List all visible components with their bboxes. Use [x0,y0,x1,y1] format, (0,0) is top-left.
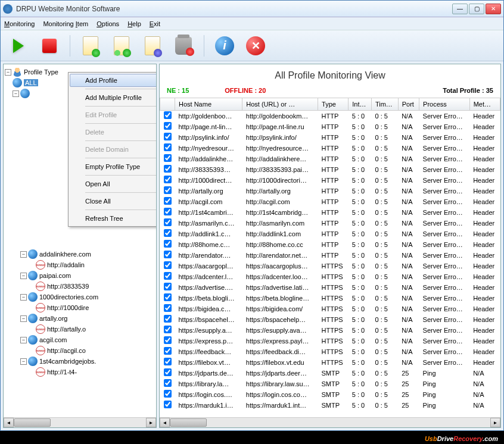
table-row[interactable]: https://adcenter.l…https://adcenter.loo…… [160,271,500,282]
tree-item[interactable]: −addalinkhere.com [5,249,155,259]
row-checkbox[interactable] [160,196,175,207]
row-checkbox[interactable] [160,325,175,336]
add-multiple-button[interactable] [108,33,135,59]
tree-item[interactable]: −acgil.com [5,334,155,345]
menu-options[interactable]: Options [97,20,119,27]
expander-icon[interactable]: − [5,69,11,76]
row-checkbox[interactable] [160,336,175,346]
titlebar[interactable]: DRPU Website Monitor Software — ▢ ✕ [1,1,503,17]
table-row[interactable]: http://goldenboo…http://goldenbookm…HTTP… [160,111,500,121]
row-checkbox[interactable] [160,186,175,196]
ctx-close-all[interactable]: Close All [70,195,157,208]
col-int[interactable]: Int… [349,98,372,111]
row-checkbox[interactable] [160,207,175,218]
row-checkbox[interactable] [160,164,175,175]
row-checkbox[interactable] [160,271,175,282]
tree-item[interactable]: wwwhttp://acgil.co [5,345,155,356]
expander-icon[interactable]: − [20,337,27,343]
col-tim[interactable]: Tim… [371,98,398,111]
row-checkbox[interactable] [160,250,175,261]
table-row[interactable]: https://beta.blogli…https://beta.bloglin… [160,293,500,304]
close-button[interactable]: ✕ [486,4,501,14]
col-hosturl[interactable]: Host (URL) or … [242,98,318,111]
table-row[interactable]: https://bspacehel…https://bspacehelp…HTT… [160,314,500,325]
table-row[interactable]: http://nyedresour…http://nyedresource…HT… [160,143,500,154]
table-row[interactable]: http://1st4cambri…http://1st4cambridg…HT… [160,207,500,218]
row-checkbox[interactable] [160,304,175,314]
expander-icon[interactable]: − [20,251,27,258]
row-checkbox[interactable] [160,379,175,389]
scroll-left-icon[interactable]: ◄ [4,418,14,427]
row-checkbox[interactable] [160,143,175,154]
tree-item[interactable] [5,238,155,249]
table-row[interactable]: https://advertise.…https://advertise.lat… [160,282,500,293]
row-checkbox[interactable] [160,239,175,250]
col-checkbox[interactable] [160,98,175,111]
scroll-right-icon[interactable]: ► [146,418,156,427]
ctx-delete[interactable]: Delete [70,126,157,139]
col-port[interactable]: Port [398,98,419,111]
menu-monitoring[interactable]: Monitoring [4,20,35,27]
tree-item[interactable]: wwwhttp://artally.o [5,324,155,334]
delete-button[interactable] [170,33,197,59]
menu-monitoring-item[interactable]: Monitoring Item [43,20,88,27]
expander-icon[interactable]: − [20,358,27,365]
sidebar-scrollbar[interactable]: ◄ ► [4,417,156,427]
table-row[interactable]: http://38335393…http://38335393.pai…HTTP… [160,164,500,175]
row-checkbox[interactable] [160,314,175,325]
row-checkbox[interactable] [160,389,175,400]
menu-exit[interactable]: Exit [150,20,160,27]
row-checkbox[interactable] [160,400,175,411]
table-row[interactable]: https://bigidea.c…https://bigidea.com/HT… [160,304,500,314]
table-row[interactable]: https://express.p…https://express.payl…H… [160,336,500,346]
ctx-open-all[interactable]: Open All [70,177,157,190]
table-row[interactable]: http://artally.orghttp://artally.orgHTTP… [160,186,500,196]
monitoring-grid[interactable]: Host Name Host (URL) or … Type Int… Tim…… [160,98,500,417]
tree-item[interactable]: −1000directories.com [5,292,155,302]
row-checkbox[interactable] [160,261,175,271]
row-checkbox[interactable] [160,357,175,368]
table-row[interactable]: https://filebox.vt…https://filebox.vt.ed… [160,357,500,368]
expander-icon[interactable]: − [20,294,27,301]
row-checkbox[interactable] [160,121,175,132]
add-profile-button[interactable] [77,33,104,59]
tree-item[interactable]: wwwhttp://1-t4- [5,367,155,377]
row-checkbox[interactable] [160,282,175,293]
row-checkbox[interactable] [160,346,175,357]
row-checkbox[interactable] [160,218,175,229]
table-row[interactable]: https://marduk1.i…https://marduk1.int…SM… [160,400,500,411]
row-checkbox[interactable] [160,175,175,186]
grid-scrollbar[interactable]: ◄ ► [160,417,500,427]
table-row[interactable]: https://login.cos.…https://login.cos.co…… [160,389,500,400]
tree-item[interactable]: −artally.org [5,313,155,324]
tree-item[interactable]: wwwhttp://1000dire [5,302,155,313]
tree-item[interactable]: wwwhttp://3833539 [5,281,155,292]
table-row[interactable]: https://esupply.a…https://esupply.ava…HT… [160,325,500,336]
exit-button[interactable]: ✕ [242,33,269,59]
table-row[interactable]: http://arendator.…http://arendator.net…H… [160,250,500,261]
col-hostname[interactable]: Host Name [175,98,242,111]
tree-item[interactable]: −1st4cambridgejobs. [5,356,155,367]
ctx-refresh[interactable]: Refresh Tree [70,212,157,225]
tree-item[interactable] [5,227,155,238]
row-checkbox[interactable] [160,368,175,379]
table-row[interactable]: https://aacargopl…https://aacargoplus…HT… [160,261,500,271]
expander-icon[interactable]: − [13,90,19,97]
scroll-left-icon[interactable]: ◄ [160,418,170,427]
table-row[interactable]: https://feedback…https://feedback.di…HTT… [160,346,500,357]
row-checkbox[interactable] [160,154,175,164]
ctx-add-multiple[interactable]: Add Multiple Profile [70,91,157,104]
tree-item[interactable]: −paipai.com [5,270,155,281]
table-row[interactable]: http://page.nt-lin…http://page.nt-line.r… [160,121,500,132]
menu-help[interactable]: Help [127,20,141,27]
row-checkbox[interactable] [160,229,175,239]
table-row[interactable]: https://jdparts.de…https://jdparts.deer…… [160,368,500,379]
maximize-button[interactable]: ▢ [469,4,484,14]
ctx-add-profile[interactable]: Add Profile [70,74,157,87]
row-checkbox[interactable] [160,111,175,121]
start-button[interactable] [5,33,32,59]
table-row[interactable]: http://88home.c…http://88home.co.ccHTTP5… [160,239,500,250]
table-row[interactable]: http://1000direct…http://1000directori…H… [160,175,500,186]
table-row[interactable]: http://acgil.comhttp://acgil.comHTTP5 : … [160,196,500,207]
col-process[interactable]: Process [419,98,470,111]
